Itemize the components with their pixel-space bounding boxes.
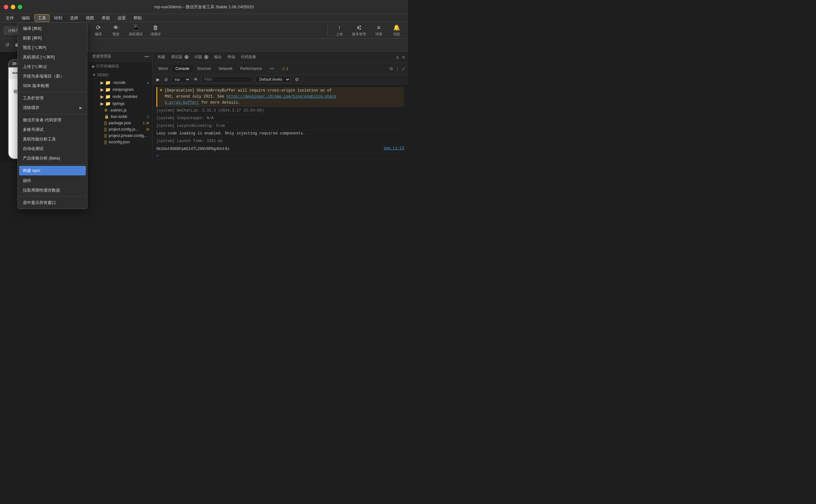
menu-wechat-code[interactable]: 微信开发者·代码管理 — [18, 115, 87, 125]
menu-clear-cache[interactable]: 清除缓存 ▶ — [18, 103, 87, 112]
menu-toolbar-manage[interactable]: 工具栏管理 — [18, 93, 87, 103]
dropdown-divider-2 — [18, 114, 87, 114]
menu-fetch-cache[interactable]: 拉取周期性缓存数据 — [18, 186, 87, 195]
menu-upgrade-multi[interactable]: 升级为多端项目（新） — [18, 72, 87, 81]
menu-center-windows[interactable]: 居中显示所有窗口 — [18, 198, 87, 208]
menu-sdk-check[interactable]: SDK 版本检测 — [18, 81, 87, 91]
menu-experience-analyze[interactable]: 产品体验分析 (Beta) — [18, 153, 87, 163]
menu-build-npm[interactable]: 构建 npm — [19, 166, 86, 175]
menu-upload[interactable]: 上传 [⌥⌘U] — [18, 62, 87, 72]
submenu-arrow-icon: ▶ — [79, 106, 82, 110]
menu-preview[interactable]: 预览 [⌥⌘P] — [18, 43, 87, 52]
dropdown-overlay[interactable]: 编译 [⌘B] 刷新 [⌘R] 预览 [⌥⌘P] 真机调试 [⌥⌘R] 上传 [… — [0, 0, 408, 252]
menu-compile[interactable]: 编译 [⌘B] — [18, 24, 87, 33]
dropdown-divider-4 — [18, 196, 87, 197]
menu-perf-analyze[interactable]: 真机性能分析工具 — [18, 134, 87, 144]
menu-automation-test[interactable]: 自动化测试 — [18, 144, 87, 153]
menu-plugin[interactable]: 插件 — [18, 176, 87, 186]
menu-multi-account[interactable]: 多账号调试 — [18, 125, 87, 134]
dropdown-divider-3 — [18, 164, 87, 165]
tools-dropdown-menu: 编译 [⌘B] 刷新 [⌘R] 预览 [⌥⌘P] 真机调试 [⌥⌘R] 上传 [… — [17, 22, 87, 209]
menu-refresh[interactable]: 刷新 [⌘R] — [18, 33, 87, 43]
menu-device-debug[interactable]: 真机调试 [⌥⌘R] — [18, 52, 87, 62]
